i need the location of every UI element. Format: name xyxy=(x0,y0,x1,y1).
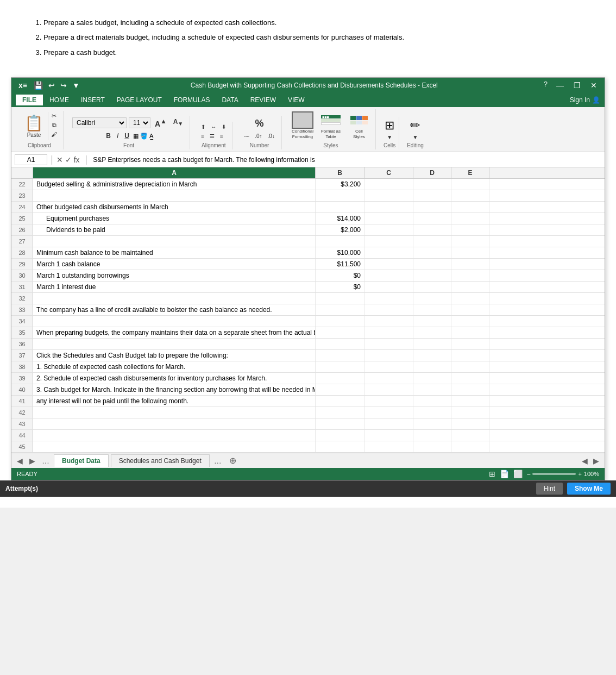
cell-b[interactable] xyxy=(316,441,364,452)
copy-button[interactable]: ⧉ xyxy=(49,121,59,129)
row-number[interactable]: 45 xyxy=(11,441,33,452)
cell-b[interactable] xyxy=(316,418,364,429)
align-bottom-button[interactable]: ⬇ xyxy=(219,123,228,131)
row-number[interactable]: 43 xyxy=(11,418,33,429)
cell-a[interactable]: Click the Schedules and Cash Budget tab … xyxy=(33,350,316,361)
cell-c[interactable] xyxy=(364,179,413,190)
redo-icon[interactable]: ↪ xyxy=(59,81,68,90)
cell-d[interactable] xyxy=(413,282,451,292)
cell-c[interactable] xyxy=(364,247,413,258)
tab-more-right[interactable]: … xyxy=(212,455,224,466)
cell-a[interactable]: Dividends to be paid xyxy=(33,224,316,235)
cell-b[interactable] xyxy=(316,350,364,361)
cell-b[interactable] xyxy=(316,396,364,407)
cell-a[interactable]: 2. Schedule of expected cash disbursemen… xyxy=(33,373,316,384)
row-number[interactable]: 37 xyxy=(11,350,33,361)
cell-d[interactable] xyxy=(413,316,451,327)
zoom-slider[interactable] xyxy=(532,473,576,475)
row-number[interactable]: 35 xyxy=(11,327,33,338)
underline-button[interactable]: U xyxy=(122,132,131,140)
cell-e[interactable] xyxy=(451,373,489,384)
sheet-tab-schedules[interactable]: Schedules and Cash Budget xyxy=(111,454,210,467)
cell-a[interactable]: Budgeted selling & administrative deprec… xyxy=(33,179,316,190)
row-number[interactable]: 44 xyxy=(11,430,33,441)
cell-e[interactable] xyxy=(451,441,489,452)
cell-styles-button[interactable]: CellStyles xyxy=(347,110,371,140)
cell-e[interactable] xyxy=(451,224,489,235)
cell-a[interactable]: Equipment purchases xyxy=(33,213,316,224)
page-break-icon[interactable]: ⬜ xyxy=(513,470,523,478)
cell-reference-input[interactable] xyxy=(15,154,47,165)
row-number[interactable]: 33 xyxy=(11,304,33,315)
cell-e[interactable] xyxy=(451,304,489,315)
cell-a[interactable]: any interest will not be paid until the … xyxy=(33,396,316,407)
row-number[interactable]: 30 xyxy=(11,270,33,281)
cell-b[interactable] xyxy=(316,236,364,247)
cell-b[interactable] xyxy=(316,384,364,395)
cell-d[interactable] xyxy=(413,259,451,270)
percent-button[interactable]: % xyxy=(253,117,266,130)
row-number[interactable]: 32 xyxy=(11,293,33,304)
cell-a[interactable] xyxy=(33,407,316,418)
tab-scroll-right[interactable]: ▶ xyxy=(27,455,37,466)
show-me-button[interactable]: Show Me xyxy=(567,483,611,495)
cell-a[interactable]: Minimum cash balance to be maintained xyxy=(33,247,316,258)
cut-button[interactable]: ✂ xyxy=(49,112,59,120)
conditional-formatting-button[interactable]: ConditionalFormatting xyxy=(291,110,315,140)
font-shrink-button[interactable]: A▼ xyxy=(171,117,186,127)
row-number[interactable]: 25 xyxy=(11,213,33,224)
cell-c[interactable] xyxy=(364,396,413,407)
menu-view[interactable]: VIEW xyxy=(282,94,310,106)
row-number[interactable]: 26 xyxy=(11,224,33,235)
cell-a[interactable]: March 1 interest due xyxy=(33,282,316,292)
row-number[interactable]: 23 xyxy=(11,190,33,201)
align-middle-button[interactable]: ↔ xyxy=(209,123,218,131)
cell-c[interactable] xyxy=(364,304,413,315)
cell-d[interactable] xyxy=(413,430,451,441)
cell-a[interactable] xyxy=(33,430,316,441)
decrease-decimal-button[interactable]: .0↓ xyxy=(266,132,277,140)
cell-d[interactable] xyxy=(413,224,451,235)
cell-b[interactable] xyxy=(316,293,364,304)
cell-e[interactable] xyxy=(451,190,489,201)
cell-e[interactable] xyxy=(451,282,489,292)
cell-c[interactable] xyxy=(364,373,413,384)
paste-button[interactable]: 📋 Paste xyxy=(20,112,48,140)
cell-d[interactable] xyxy=(413,373,451,384)
cell-c[interactable] xyxy=(364,350,413,361)
cell-d[interactable] xyxy=(413,361,451,372)
cell-d[interactable] xyxy=(413,293,451,304)
tab-more[interactable]: … xyxy=(40,455,52,466)
cell-d[interactable] xyxy=(413,339,451,349)
menu-review[interactable]: REVIEW xyxy=(245,94,281,106)
cell-b[interactable] xyxy=(316,430,364,441)
font-grow-button[interactable]: A▲ xyxy=(153,117,169,129)
cell-b[interactable] xyxy=(316,407,364,418)
row-number[interactable]: 40 xyxy=(11,384,33,395)
menu-home[interactable]: HOME xyxy=(44,94,74,106)
cell-e[interactable] xyxy=(451,430,489,441)
row-number[interactable]: 24 xyxy=(11,202,33,212)
scroll-right-button2[interactable]: ▶ xyxy=(591,455,601,466)
cell-c[interactable] xyxy=(364,202,413,212)
row-number[interactable]: 38 xyxy=(11,361,33,372)
cell-a[interactable] xyxy=(33,441,316,452)
row-number[interactable]: 29 xyxy=(11,259,33,270)
cell-a[interactable] xyxy=(33,339,316,349)
font-family-select[interactable]: Calibri xyxy=(72,117,127,128)
cell-e[interactable] xyxy=(451,236,489,247)
row-number[interactable]: 36 xyxy=(11,339,33,349)
cell-a[interactable] xyxy=(33,418,316,429)
cell-c[interactable] xyxy=(364,361,413,372)
cell-a[interactable]: When preparing budgets, the company main… xyxy=(33,327,316,338)
cell-d[interactable] xyxy=(413,441,451,452)
cell-a[interactable]: 3. Cash budget for March. Indicate in th… xyxy=(33,384,316,395)
cell-c[interactable] xyxy=(364,339,413,349)
cell-b[interactable]: $2,000 xyxy=(316,224,364,235)
cell-e[interactable] xyxy=(451,384,489,395)
minimize-button[interactable]: — xyxy=(553,80,567,91)
cell-c[interactable] xyxy=(364,259,413,270)
cell-d[interactable] xyxy=(413,384,451,395)
cell-b[interactable] xyxy=(316,304,364,315)
menu-page-layout[interactable]: PAGE LAYOUT xyxy=(111,94,167,106)
